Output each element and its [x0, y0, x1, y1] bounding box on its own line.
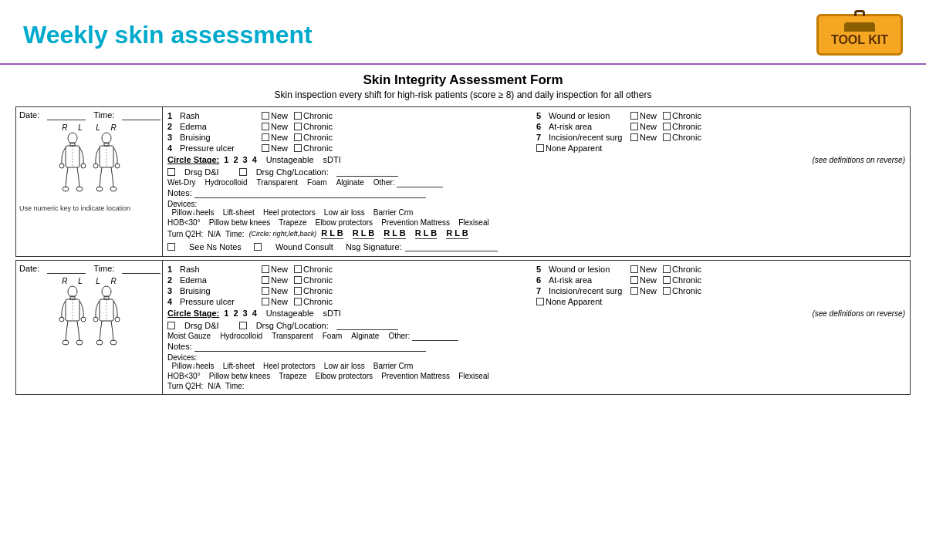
r-label: R [62, 123, 67, 132]
numeric-key: Use numeric key to indicate location [19, 204, 159, 212]
assessment-section-1: Date: Time: R L [15, 106, 911, 257]
circle-stage-row-2: Circle Stage: 1 2 3 4 Unstageable sDTI (… [167, 307, 905, 319]
notes-field[interactable] [194, 188, 426, 198]
time-field-2[interactable] [122, 264, 161, 274]
checkbox-drsg-di[interactable] [167, 168, 175, 176]
checkbox-s2-1-chronic[interactable] [294, 265, 302, 273]
checkbox-s2-drsg-chg[interactable] [239, 322, 247, 329]
figure-group-3: R L [57, 277, 88, 355]
date-field[interactable] [47, 110, 86, 120]
notes-row-2: Notes: [167, 341, 905, 353]
checkbox-s2-5-chronic[interactable] [663, 265, 671, 273]
left-panel-2: Date: Time: R L [16, 261, 163, 394]
condition-s2-1: 1 Rash New Chronic [167, 264, 536, 275]
checkbox-wound-consult[interactable] [254, 243, 262, 251]
checkbox-4-new[interactable] [262, 144, 269, 152]
checkbox-s2-2-chronic[interactable] [294, 276, 302, 284]
hob-row-2: HOB<30° Pillow betw knees Trapeze Elbow … [167, 371, 905, 381]
nsg-sig-field[interactable] [405, 241, 498, 251]
checkbox-none[interactable] [536, 144, 544, 152]
drsg-types-row: Wet-Dry Hydrocolloid Transparent Foam Al… [167, 178, 905, 187]
nsg-sig: Nsg Signature: [346, 241, 498, 251]
figure-group-4: L R [91, 277, 122, 355]
other-field[interactable] [397, 178, 443, 187]
date-time-row: Date: Time: [19, 110, 159, 120]
notes-field-2[interactable] [194, 342, 426, 352]
s2-other-field[interactable] [412, 332, 458, 341]
s2-drsg-location-field[interactable] [336, 320, 398, 330]
condition-7: 7 Incision/recent surg New Chronic [536, 132, 905, 143]
rl-labels-4: L R [91, 277, 122, 285]
devices-items-2: Pillow↓heels Lift-sheet Heel protectors … [167, 362, 905, 370]
rlb-cells: R L B R L B R L B R L B R L B [321, 228, 468, 239]
checkbox-5-chronic[interactable] [663, 112, 671, 120]
figure-group-1: R L [57, 123, 88, 201]
right-panel-2: 1 Rash New Chronic 2 Edema New [163, 261, 910, 394]
checkbox-3-chronic[interactable] [294, 133, 302, 141]
checkbox-1-new[interactable] [262, 112, 269, 120]
condition-s2-5: 5 Wound or lesion New Chronic [536, 264, 905, 275]
checkbox-2-chronic[interactable] [294, 123, 302, 130]
condition-s2-none: None Apparent [536, 296, 905, 307]
page: Weekly skin assessment TOOL KIT Skin Int… [0, 0, 926, 560]
checkbox-s2-5-new[interactable] [630, 265, 638, 273]
checkbox-6-new[interactable] [630, 123, 638, 130]
checkbox-4-chronic[interactable] [294, 144, 302, 152]
checkbox-s2-3-new[interactable] [262, 287, 269, 295]
time-field[interactable] [122, 110, 161, 120]
checkbox-s2-none[interactable] [536, 298, 544, 305]
conditions-grid-2: 1 Rash New Chronic 2 Edema New [167, 264, 905, 307]
checkbox-see-ns[interactable] [167, 243, 175, 251]
condition-s2-7: 7 Incision/recent surg New Chronic [536, 285, 905, 296]
rl-labels-1: R L [57, 123, 88, 132]
condition-3: 3 Bruising New Chronic [167, 132, 536, 143]
assessment-section-2: Date: Time: R L [15, 260, 911, 395]
header: Weekly skin assessment TOOL KIT [0, 0, 926, 56]
conditions-right-col: 5 Wound or lesion New Chronic 6 At-risk … [536, 110, 905, 153]
toolkit-handle-icon [854, 10, 865, 16]
checkbox-7-new[interactable] [630, 133, 638, 141]
checkbox-s2-drsg-di[interactable] [167, 322, 175, 329]
checkbox-6-chronic[interactable] [663, 123, 671, 130]
checkbox-3-new[interactable] [262, 133, 269, 141]
rl-labels-3: R L [57, 277, 88, 285]
conditions-left-col-2: 1 Rash New Chronic 2 Edema New [167, 264, 536, 307]
checkbox-s2-7-new[interactable] [630, 287, 638, 295]
body-figures-2: R L [19, 277, 159, 355]
content-area: Skin Integrity Assessment Form Skin insp… [0, 65, 926, 406]
checkbox-2-new[interactable] [262, 123, 269, 130]
rl-labels-2: L R [91, 123, 122, 132]
checkbox-s2-1-new[interactable] [262, 265, 269, 273]
condition-s2-4: 4 Pressure ulcer New Chronic [167, 296, 536, 307]
date-field-2[interactable] [47, 264, 86, 274]
checkbox-s2-2-new[interactable] [262, 276, 269, 284]
body-figure-front-2 [57, 285, 88, 355]
condition-5: 5 Wound or lesion New Chronic [536, 110, 905, 121]
drsg-location-field[interactable] [336, 167, 398, 177]
time-label-2: Time: [93, 264, 114, 274]
checkbox-s2-4-chronic[interactable] [294, 298, 302, 305]
date-time-row-2: Date: Time: [19, 264, 159, 274]
devices-items: Pillow↓heels Lift-sheet Heel protectors … [167, 208, 905, 217]
checkbox-7-chronic[interactable] [663, 133, 671, 141]
drsg-row-2: Drsg D&I Drsg Chg/Location: [167, 319, 905, 331]
toolkit-box-icon [844, 22, 875, 32]
checkbox-s2-7-chronic[interactable] [663, 287, 671, 295]
checkbox-1-chronic[interactable] [294, 112, 302, 120]
turn-row: Turn Q2H: N/A Time: (Circle: right,left,… [167, 228, 905, 240]
date-label: Date: [19, 110, 39, 120]
toolkit-button[interactable]: TOOL KIT [816, 14, 903, 56]
checkbox-drsg-chg[interactable] [239, 168, 247, 176]
right-panel-1: 1 Rash New Chronic 2 Edema New [163, 107, 910, 256]
checkbox-s2-4-new[interactable] [262, 298, 269, 305]
checkbox-s2-6-chronic[interactable] [663, 276, 671, 284]
body-figure-back-2 [91, 285, 122, 355]
checkbox-s2-3-chronic[interactable] [294, 287, 302, 295]
form-subtitle: Skin inspection every shift for high-ris… [15, 89, 911, 100]
checkbox-s2-6-new[interactable] [630, 276, 638, 284]
checkbox-5-new[interactable] [630, 112, 638, 120]
notes-row: Notes: [167, 187, 905, 199]
conditions-right-col-2: 5 Wound or lesion New Chronic 6 At-risk … [536, 264, 905, 307]
body-figures: R L [19, 123, 159, 201]
condition-s2-6: 6 At-risk area New Chronic [536, 275, 905, 285]
